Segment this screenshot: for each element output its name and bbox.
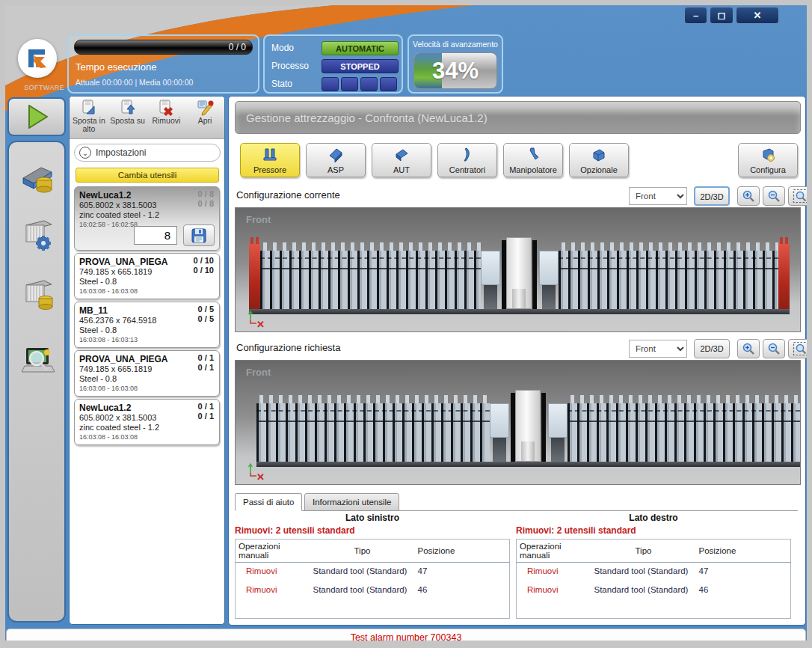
toolbar-button-label: Sposta su (110, 117, 145, 125)
help-steps-area: Lato sinistroRimuovi: 2 utensili standar… (235, 513, 798, 623)
job-cards: NewLuca1.2605.8002 x 381.5003zinc coated… (74, 186, 220, 447)
job-name: NewLuca1.2 (79, 403, 215, 413)
job-dimensions: 605.8002 x 381.5003 (79, 201, 215, 210)
tool-type-cell: Standard tool (Standard) (310, 581, 415, 600)
quantity-input[interactable] (134, 226, 177, 245)
job-times: 16:03:08 - 16:03:13 (79, 336, 215, 343)
holder-gap-left (493, 438, 506, 462)
zoom-in-button-required[interactable] (737, 339, 760, 358)
velocita-label: Velocità di avanzamento (409, 40, 502, 49)
logo-text-rest: SOFTWARE (24, 84, 64, 91)
sidebar-rack-database-icon[interactable] (19, 275, 58, 314)
job-card-MB_11[interactable]: MB_11456.2376 x 764.5918Steel - 0.816:03… (74, 302, 220, 348)
current-config-viewport[interactable]: Front ✕ (235, 207, 801, 332)
tab-centratori[interactable]: Centratori (437, 143, 497, 177)
view-select-current[interactable]: Front (629, 187, 687, 205)
job-times: 16:03:08 - 16:03:08 (79, 287, 215, 295)
tab-opzionale[interactable]: Opzionale (569, 143, 629, 177)
toolbar-button-apri[interactable]: Apri (185, 97, 224, 138)
holder-block-left (481, 251, 500, 285)
job-card-PROVA_UNA_PIEGA[interactable]: PROVA_UNA_PIEGA749.185 x 665.1819Steel -… (74, 253, 220, 299)
impostazioni-expander[interactable]: ⌄ Impostazioni (74, 144, 221, 162)
job-counts: 0 / 1 0 / 1 (198, 402, 214, 421)
stato-segment (360, 77, 378, 91)
zoom-out-button-required[interactable] (763, 339, 785, 358)
save-quantity-button[interactable] (183, 224, 215, 246)
tab-aut[interactable]: AUT (372, 143, 431, 177)
toolbar-button-label: Sposta in alto (70, 117, 108, 133)
job-toolbar: Sposta in altoSposta suRimuoviApri (70, 97, 224, 139)
start-button[interactable] (7, 97, 66, 136)
table-column-header: Tipo (310, 540, 415, 563)
job-material: zinc coated steel - 1.2 (79, 210, 215, 220)
tab-asp[interactable]: ASP (306, 143, 366, 177)
job-quantity-row (134, 224, 215, 246)
configure-box-gear-icon (759, 147, 777, 163)
center-white-tool (515, 390, 541, 462)
configurazione-richiesta-label: Configurazione richiesta (236, 342, 340, 353)
sidebar-diagnostics-icon[interactable] (19, 342, 58, 381)
zoom-in-button-current[interactable] (737, 186, 760, 206)
execution-time-panel: 0 / 0 Tempo esecuzione Attuale 00:00:00 … (67, 34, 259, 94)
job-name: PROVA_UNA_PIEGA (79, 354, 215, 364)
job-card-PROVA_UNA_PIEGA[interactable]: PROVA_UNA_PIEGA749.185 x 665.1819Steel -… (74, 350, 220, 397)
job-list-panel: Sposta in altoSposta suRimuoviApri ⌄ Imp… (69, 96, 225, 625)
2d3d-button-current[interactable]: 2D/3D (694, 186, 730, 206)
position-cell: 46 (696, 581, 791, 600)
logo-text-accent: fke (13, 84, 24, 91)
zoom-out-button-current[interactable] (763, 186, 785, 206)
maximize-button[interactable]: ◻ (710, 7, 733, 24)
tab-label: AUT (372, 165, 431, 174)
press-center-station (481, 251, 559, 309)
close-button[interactable]: ✕ (736, 7, 779, 24)
2d3d-button-required[interactable]: 2D/3D (694, 339, 730, 358)
sidebar-rack-setup-icon[interactable] (19, 215, 58, 254)
holder-gap-right (551, 438, 565, 462)
toolbar-button-rimuovi[interactable]: Rimuovi (147, 97, 186, 138)
job-card-NewLuca1.2[interactable]: NewLuca1.2605.8002 x 381.5003zinc coated… (74, 399, 220, 445)
bottom-tab-bar: Passi di aiuto Informazioni utensile (235, 493, 798, 511)
holder-gap-left (484, 285, 497, 309)
job-card-NewLuca1.2[interactable]: NewLuca1.2605.8002 x 381.5003zinc coated… (74, 186, 220, 251)
operation-cell: Rimuovi (517, 563, 591, 582)
minimize-button[interactable]: – (684, 7, 707, 24)
required-config-header: Configurazione richiesta Front 2D/3D (236, 339, 798, 358)
job-material: Steel - 0.8 (79, 277, 215, 287)
toolbar-button-sposta-in-alto[interactable]: Sposta in alto (70, 97, 108, 138)
page-title: Gestione attrezzaggio - Confronta (NewLu… (235, 101, 801, 134)
table-column-header: Operazioni manuali (236, 540, 310, 563)
required-config-viewport[interactable]: Front ✕ (235, 360, 801, 485)
job-name: NewLuca1.2 (79, 190, 215, 201)
tool-setup-3d-view (249, 242, 790, 314)
table-row: RimuoviStandard tool (Standard)46 (236, 581, 510, 600)
sidebar-tool-database-icon[interactable] (19, 159, 58, 198)
operation-cell: Rimuovi (236, 563, 310, 582)
feed-speed-panel: Velocità di avanzamento 34% (407, 34, 503, 94)
holder-gap-right (542, 285, 556, 309)
tab-label: ASP (307, 165, 365, 174)
zoom-fit-button-current[interactable] (788, 186, 812, 206)
tab-manipolatore[interactable]: Manipolatore (503, 143, 563, 177)
zoom-fit-icon (793, 189, 809, 204)
table-column-header: Posizione (415, 540, 510, 563)
operation-cell: Rimuovi (517, 581, 591, 600)
zoom-fit-button-required[interactable] (788, 339, 812, 358)
tab-passi-di-aiuto[interactable]: Passi di aiuto (235, 493, 302, 511)
view-select-required[interactable]: Front (629, 340, 687, 358)
job-dimensions: 456.2376 x 764.5918 (79, 316, 215, 325)
origin-axis-marker: ✕ (246, 310, 276, 332)
tab-informazioni-utensile[interactable]: Informazioni utensile (304, 493, 399, 511)
press-center-station (490, 403, 568, 462)
configura-button[interactable]: Configura (738, 143, 798, 177)
cambia-utensili-button[interactable]: Cambia utensili (76, 168, 219, 183)
main-panel: Gestione attrezzaggio - Confronta (NewLu… (228, 96, 806, 626)
manual-operations-table: Operazioni manualiTipoPosizioneRimuoviSt… (235, 539, 510, 619)
impostazioni-label: Impostazioni (96, 147, 146, 158)
toolbar-button-sposta-su[interactable]: Sposta su (108, 97, 147, 138)
processo-label: Processo (271, 61, 309, 71)
tempo-esecuzione-label: Tempo esecuzione (76, 61, 156, 73)
red-highlight-tool (249, 243, 260, 309)
tab-pressore[interactable]: Pressore (240, 143, 300, 177)
job-name: MB_11 (79, 305, 215, 316)
zoom-in-icon (742, 342, 755, 355)
